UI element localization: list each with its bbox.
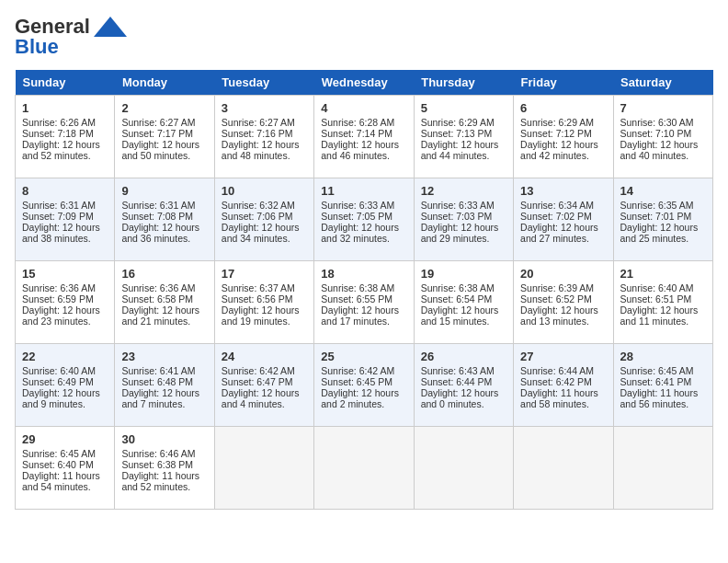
day-number: 17 [222, 267, 307, 281]
calendar-cell: 5 Sunrise: 6:29 AM Sunset: 7:13 PM Dayli… [414, 96, 513, 178]
calendar-cell: 1 Sunrise: 6:26 AM Sunset: 7:18 PM Dayli… [16, 96, 115, 178]
daylight-label: Daylight: 12 hours and 21 minutes. [121, 304, 199, 327]
day-number: 5 [421, 101, 506, 115]
daylight-label: Daylight: 12 hours and 4 minutes. [222, 387, 300, 409]
calendar-cell: 24 Sunrise: 6:42 AM Sunset: 6:47 PM Dayl… [214, 344, 313, 427]
daylight-label: Daylight: 12 hours and 7 minutes. [121, 387, 199, 409]
sunrise-text: Sunrise: 6:33 AM [321, 200, 394, 211]
sunset-text: Sunset: 6:48 PM [121, 376, 193, 387]
sunset-text: Sunset: 7:02 PM [520, 211, 592, 222]
daylight-label: Daylight: 12 hours and 27 minutes. [520, 222, 598, 244]
sunset-text: Sunset: 6:49 PM [22, 376, 94, 387]
calendar-cell: 11 Sunrise: 6:33 AM Sunset: 7:05 PM Dayl… [314, 178, 414, 261]
sunrise-text: Sunrise: 6:35 AM [620, 200, 694, 211]
day-number: 20 [520, 267, 606, 281]
sunrise-text: Sunrise: 6:41 AM [121, 365, 195, 376]
sunrise-text: Sunrise: 6:31 AM [121, 200, 195, 211]
sunset-text: Sunset: 6:54 PM [421, 293, 493, 304]
sunrise-text: Sunrise: 6:36 AM [22, 282, 96, 293]
sunset-text: Sunset: 7:10 PM [620, 128, 692, 139]
calendar-cell: 13 Sunrise: 6:34 AM Sunset: 7:02 PM Dayl… [514, 178, 613, 261]
sunset-text: Sunset: 7:12 PM [520, 128, 592, 139]
day-number: 16 [121, 267, 207, 281]
sunrise-text: Sunrise: 6:36 AM [121, 282, 195, 293]
daylight-label: Daylight: 12 hours and 38 minutes. [22, 222, 100, 244]
sunrise-text: Sunrise: 6:46 AM [121, 448, 195, 459]
sunrise-text: Sunrise: 6:44 AM [520, 365, 594, 376]
day-number: 15 [22, 267, 108, 281]
daylight-label: Daylight: 12 hours and 32 minutes. [321, 222, 399, 244]
sunset-text: Sunset: 6:44 PM [421, 376, 493, 387]
daylight-label: Daylight: 12 hours and 0 minutes. [421, 387, 499, 409]
day-number: 12 [421, 184, 506, 198]
calendar-cell [414, 427, 513, 510]
sunset-text: Sunset: 7:06 PM [222, 211, 293, 222]
sunset-text: Sunset: 6:55 PM [321, 293, 392, 304]
daylight-label: Daylight: 11 hours and 52 minutes. [121, 470, 199, 492]
daylight-label: Daylight: 12 hours and 9 minutes. [22, 387, 100, 409]
sunset-text: Sunset: 6:52 PM [520, 293, 592, 304]
daylight-label: Daylight: 11 hours and 58 minutes. [520, 387, 598, 409]
day-number: 22 [22, 350, 108, 363]
calendar-cell: 10 Sunrise: 6:32 AM Sunset: 7:06 PM Dayl… [214, 178, 313, 261]
calendar-cell: 23 Sunrise: 6:41 AM Sunset: 6:48 PM Dayl… [115, 344, 214, 427]
calendar-cell [613, 427, 712, 510]
daylight-label: Daylight: 12 hours and 29 minutes. [421, 222, 499, 244]
daylight-label: Daylight: 12 hours and 2 minutes. [321, 387, 399, 409]
calendar-cell [514, 427, 613, 510]
calendar-cell: 2 Sunrise: 6:27 AM Sunset: 7:17 PM Dayli… [115, 96, 214, 178]
daylight-label: Daylight: 12 hours and 44 minutes. [421, 139, 499, 161]
day-number: 8 [22, 184, 108, 198]
sunset-text: Sunset: 7:03 PM [421, 211, 493, 222]
sunrise-text: Sunrise: 6:45 AM [620, 365, 694, 376]
calendar-cell: 29 Sunrise: 6:45 AM Sunset: 6:40 PM Dayl… [16, 427, 115, 510]
calendar-table: SundayMondayTuesdayWednesdayThursdayFrid… [15, 70, 713, 510]
calendar-cell: 9 Sunrise: 6:31 AM Sunset: 7:08 PM Dayli… [115, 178, 214, 261]
day-number: 11 [321, 184, 406, 198]
day-number: 21 [620, 267, 706, 281]
sunrise-text: Sunrise: 6:31 AM [22, 200, 96, 211]
calendar-cell: 28 Sunrise: 6:45 AM Sunset: 6:41 PM Dayl… [613, 344, 712, 427]
daylight-label: Daylight: 12 hours and 48 minutes. [222, 139, 300, 161]
calendar-cell: 6 Sunrise: 6:29 AM Sunset: 7:12 PM Dayli… [514, 96, 613, 178]
daylight-label: Daylight: 12 hours and 13 minutes. [520, 304, 598, 327]
daylight-label: Daylight: 12 hours and 23 minutes. [22, 304, 100, 327]
calendar-cell: 14 Sunrise: 6:35 AM Sunset: 7:01 PM Dayl… [613, 178, 712, 261]
daylight-label: Daylight: 12 hours and 25 minutes. [620, 222, 699, 244]
calendar-cell: 3 Sunrise: 6:27 AM Sunset: 7:16 PM Dayli… [214, 96, 313, 178]
day-number: 4 [321, 101, 406, 115]
sunset-text: Sunset: 7:13 PM [421, 128, 493, 139]
sunrise-text: Sunrise: 6:26 AM [22, 117, 96, 128]
calendar-body: 1 Sunrise: 6:26 AM Sunset: 7:18 PM Dayli… [16, 96, 713, 510]
dow-header: Wednesday [314, 70, 414, 96]
sunrise-text: Sunrise: 6:27 AM [121, 117, 195, 128]
dow-header: Thursday [414, 70, 513, 96]
daylight-label: Daylight: 12 hours and 52 minutes. [22, 139, 100, 161]
sunrise-text: Sunrise: 6:30 AM [620, 117, 694, 128]
calendar-cell: 27 Sunrise: 6:44 AM Sunset: 6:42 PM Dayl… [514, 344, 613, 427]
page-header: General Blue [15, 15, 713, 59]
daylight-label: Daylight: 12 hours and 34 minutes. [222, 222, 300, 244]
calendar-cell: 21 Sunrise: 6:40 AM Sunset: 6:51 PM Dayl… [613, 261, 712, 344]
sunrise-text: Sunrise: 6:29 AM [520, 117, 594, 128]
calendar-cell [314, 427, 414, 510]
dow-header: Saturday [613, 70, 712, 96]
calendar-cell: 7 Sunrise: 6:30 AM Sunset: 7:10 PM Dayli… [613, 96, 712, 178]
sunrise-text: Sunrise: 6:38 AM [421, 282, 495, 293]
sunset-text: Sunset: 7:05 PM [321, 211, 392, 222]
sunset-text: Sunset: 6:45 PM [321, 376, 392, 387]
calendar-cell: 22 Sunrise: 6:40 AM Sunset: 6:49 PM Dayl… [16, 344, 115, 427]
day-number: 29 [22, 432, 108, 446]
daylight-label: Daylight: 12 hours and 19 minutes. [222, 304, 300, 327]
sunset-text: Sunset: 7:09 PM [22, 211, 94, 222]
daylight-label: Daylight: 11 hours and 56 minutes. [620, 387, 699, 409]
day-number: 24 [222, 350, 307, 363]
day-number: 25 [321, 350, 406, 363]
daylight-label: Daylight: 12 hours and 11 minutes. [620, 304, 699, 327]
day-number: 10 [222, 184, 307, 198]
calendar-cell [214, 427, 313, 510]
sunset-text: Sunset: 6:38 PM [121, 459, 193, 470]
day-number: 23 [121, 350, 207, 363]
calendar-cell: 15 Sunrise: 6:36 AM Sunset: 6:59 PM Dayl… [16, 261, 115, 344]
day-number: 14 [620, 184, 706, 198]
